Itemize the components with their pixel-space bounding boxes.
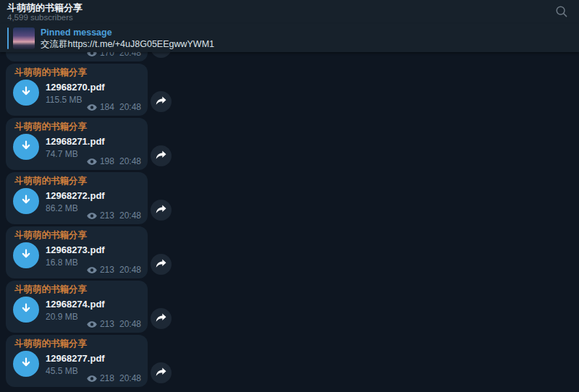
message-bubble[interactable]: 斗萌萌的书籍分享 12968272.pdf 86.2 MB: [6, 172, 148, 224]
channel-info[interactable]: 斗萌萌的书籍分享 4,599 subscribers: [7, 2, 83, 22]
download-arrow-icon: [20, 139, 33, 155]
eye-icon: [87, 375, 97, 382]
channel-subscribers: 4,599 subscribers: [7, 13, 83, 22]
message-time: 20:48: [119, 320, 141, 329]
forward-button[interactable]: [151, 308, 172, 329]
forward-arrow-icon: [156, 150, 166, 163]
message-meta: 213 20:48: [87, 265, 141, 275]
message-row-partial: 170 20:48: [6, 52, 579, 61]
download-file-button[interactable]: [13, 351, 39, 377]
forward-arrow-icon: [156, 367, 166, 380]
search-button[interactable]: [553, 4, 570, 22]
eye-icon: [87, 321, 97, 328]
message-row: 斗萌萌的书籍分享 12968277.pdf 45.5 MB: [6, 335, 579, 387]
forward-arrow-icon: [156, 52, 166, 54]
file-name[interactable]: 12968277.pdf: [46, 353, 105, 364]
message-time: 20:48: [119, 374, 141, 383]
download-file-button[interactable]: [13, 188, 39, 214]
channel-header[interactable]: 斗萌萌的书籍分享 4,599 subscribers: [0, 0, 579, 24]
forward-arrow-icon: [156, 95, 166, 108]
pinned-thumbnail: [13, 27, 35, 49]
view-count: 198: [100, 157, 114, 166]
message-time: 20:48: [119, 52, 141, 58]
message-meta: 170 20:48: [87, 52, 141, 58]
message-bubble[interactable]: 斗萌萌的书籍分享 12968274.pdf 20.9 MB: [6, 281, 148, 333]
view-count: 213: [100, 211, 114, 221]
file-info: 12968277.pdf 45.5 MB: [46, 351, 105, 377]
message-sender[interactable]: 斗萌萌的书籍分享: [13, 122, 140, 132]
message-meta: 198 20:48: [87, 157, 141, 166]
message-bubble[interactable]: 斗萌萌的书籍分享 12968277.pdf 45.5 MB: [6, 335, 148, 387]
file-info: 12968270.pdf 115.5 MB: [46, 80, 105, 106]
forward-button[interactable]: [151, 200, 172, 221]
download-arrow-icon: [20, 85, 33, 101]
message-time: 20:48: [119, 157, 141, 166]
eye-icon: [87, 213, 97, 219]
file-name[interactable]: 12968270.pdf: [46, 82, 105, 93]
eye-icon: [87, 158, 97, 165]
forward-button[interactable]: [151, 362, 172, 383]
message-row: 斗萌萌的书籍分享 12968270.pdf 115.5 MB: [6, 64, 579, 116]
message-time: 20:48: [119, 103, 141, 112]
message-time: 20:48: [119, 211, 141, 221]
forward-arrow-icon: [156, 204, 166, 217]
file-info: 12968272.pdf 86.2 MB: [46, 188, 105, 214]
message-bubble[interactable]: 斗萌萌的书籍分享 12968271.pdf 74.7 MB: [6, 118, 148, 170]
pinned-label: Pinned message: [41, 27, 214, 38]
message-bubble[interactable]: 斗萌萌的书籍分享 12968273.pdf 16.8 MB: [6, 226, 148, 278]
message-row: 斗萌萌的书籍分享 12968273.pdf 16.8 MB: [6, 226, 579, 278]
download-arrow-icon: [20, 356, 33, 372]
download-file-button[interactable]: [13, 242, 39, 268]
message-meta: 213 20:48: [87, 320, 141, 329]
message-meta: 218 20:48: [87, 374, 141, 383]
eye-icon: [87, 267, 97, 273]
download-arrow-icon: [20, 302, 33, 318]
file-name[interactable]: 12968274.pdf: [46, 299, 105, 310]
message-sender[interactable]: 斗萌萌的书籍分享: [13, 176, 140, 187]
pinned-text-block: Pinned message 交流群https://t.me/+4uJ8G05E…: [41, 27, 214, 50]
forward-button[interactable]: [151, 145, 172, 166]
forward-button[interactable]: [151, 254, 172, 275]
pinned-message-bar[interactable]: Pinned message 交流群https://t.me/+4uJ8G05E…: [0, 24, 579, 52]
file-name[interactable]: 12968271.pdf: [46, 136, 105, 147]
message-sender[interactable]: 斗萌萌的书籍分享: [13, 284, 140, 295]
view-count: 213: [100, 265, 114, 275]
file-info: 12968273.pdf 16.8 MB: [46, 242, 105, 268]
file-name[interactable]: 12968272.pdf: [46, 190, 105, 201]
message-time: 20:48: [119, 265, 141, 275]
forward-arrow-icon: [156, 312, 166, 325]
message-meta: 184 20:48: [87, 103, 141, 112]
message-sender[interactable]: 斗萌萌的书籍分享: [13, 230, 140, 241]
download-arrow-icon: [20, 247, 33, 263]
download-arrow-icon: [20, 193, 33, 209]
message-row: 斗萌萌的书籍分享 12968274.pdf 20.9 MB: [6, 281, 579, 333]
view-count: 184: [100, 103, 114, 112]
channel-title: 斗萌萌的书籍分享: [7, 2, 83, 13]
view-count: 213: [100, 320, 114, 329]
pinned-indicator-bar: [7, 27, 9, 49]
message-bubble-partial[interactable]: 170 20:48: [6, 52, 148, 61]
message-sender[interactable]: 斗萌萌的书籍分享: [13, 338, 140, 349]
eye-icon: [87, 52, 97, 56]
message-bubble[interactable]: 斗萌萌的书籍分享 12968270.pdf 115.5 MB: [6, 64, 148, 116]
message-row: 斗萌萌的书籍分享 12968272.pdf 86.2 MB: [6, 172, 579, 224]
forward-arrow-icon: [156, 258, 166, 271]
download-file-button[interactable]: [13, 134, 39, 160]
download-file-button[interactable]: [13, 297, 39, 323]
forward-button[interactable]: [151, 52, 172, 58]
message-row: 斗萌萌的书籍分享 12968271.pdf 74.7 MB: [6, 118, 579, 170]
file-name[interactable]: 12968273.pdf: [46, 244, 105, 255]
pinned-message-text: 交流群https://t.me/+4uJ8G05EEgwwYWM1: [41, 38, 214, 50]
forward-button[interactable]: [151, 91, 172, 112]
view-count: 218: [100, 374, 114, 383]
file-info: 12968271.pdf 74.7 MB: [46, 134, 105, 160]
view-count: 170: [100, 52, 114, 58]
message-sender[interactable]: 斗萌萌的书籍分享: [13, 67, 140, 78]
message-meta: 213 20:48: [87, 211, 141, 221]
download-file-button[interactable]: [13, 80, 39, 106]
file-info: 12968274.pdf 20.9 MB: [46, 297, 105, 323]
chat-history[interactable]: 170 20:48 斗萌萌的书籍分享: [0, 52, 579, 392]
message-list: 斗萌萌的书籍分享 12968270.pdf 115.5 MB: [0, 64, 579, 387]
search-icon: [554, 4, 569, 22]
eye-icon: [87, 104, 97, 111]
